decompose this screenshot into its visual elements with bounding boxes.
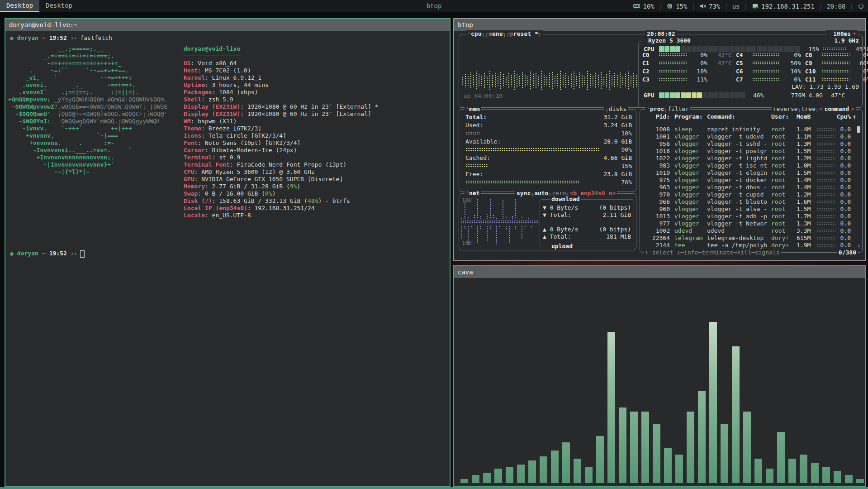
proc-row[interactable]: 1016vloggervlogger -t postgrroot1.5M0.0 xyxy=(640,148,862,155)
info-key[interactable]: info xyxy=(684,249,698,256)
filter-button[interactable]: filter xyxy=(668,105,689,113)
cava-bar xyxy=(585,467,593,483)
cpu-model: Ryzen 5 3600 xyxy=(647,37,692,44)
proc-row[interactable]: 966vloggervlogger -t bluetoroot1.6M0.0 xyxy=(640,198,862,206)
reverse-button[interactable]: reverse xyxy=(773,105,798,113)
auto-button[interactable]: auto xyxy=(534,190,548,197)
cava-content xyxy=(455,279,864,485)
terminal-titlebar[interactable]: doryan@void-live:~ xyxy=(5,19,450,31)
fastfetch-line: Display (EX231W): 1920×1080 @ 60 Hz in 2… xyxy=(184,110,378,118)
interval-decrease-button[interactable]: - xyxy=(828,30,831,38)
proc-row[interactable]: 977vloggervlogger -t Networroot1.3M0.0 xyxy=(640,220,862,227)
tree-button[interactable]: tree xyxy=(801,105,815,113)
proc-box-title[interactable]: ⁴proc ┐ filter xyxy=(645,105,690,113)
net-box-title[interactable]: ³net xyxy=(465,190,481,197)
proc-row[interactable]: 1001vloggervlogger -t udevdroot1.1M0.0 xyxy=(640,133,862,140)
terminal-window[interactable]: doryan@void-live:~ ◉ doryan ~ 19:52 ›› f… xyxy=(5,18,451,487)
prompt-line-2[interactable]: ◉ doryan ~ 19:52 ›› xyxy=(10,250,85,257)
mem-stat: Total:31.2 GiB xyxy=(465,113,632,121)
fastfetch-line: Kernel: Linux 6.9.12_1 xyxy=(184,74,378,82)
prompt-command: fastfetch xyxy=(80,34,112,42)
net-stat: ▼ 0 Byte/s(0 bitps) xyxy=(543,204,631,211)
prompt-chevrons-icon: ›› xyxy=(71,34,77,42)
workspace-tab-1[interactable]: Desktop xyxy=(0,0,39,12)
proc-row[interactable]: 960vloggervlogger -t alsa -root1.5M0.0 xyxy=(640,206,862,213)
disks-button[interactable]: ┌disks xyxy=(604,105,628,113)
cava-bar xyxy=(754,459,762,483)
fastfetch-line: WM: bspwm (X11) xyxy=(184,118,378,125)
speaker-icon xyxy=(699,3,706,10)
cava-bar xyxy=(721,424,728,483)
interval-increase-button[interactable]: + xyxy=(853,30,856,38)
proc-row[interactable]: 22364telegramtelegram-desktopdory+615M0.… xyxy=(640,235,862,242)
fastfetch-line: CPU: AMD Ryzen 5 3600 (12) @ 3.60 GHz xyxy=(184,168,378,176)
signals-key[interactable]: signals xyxy=(755,249,780,256)
void-ascii-logo: __.;=====;.__ _.=+==++=++=+=+===;. -=+++… xyxy=(8,45,167,176)
cpu-module: 15% xyxy=(666,3,687,10)
workspace-tab-2[interactable]: Desktop xyxy=(39,0,79,12)
cava-bar xyxy=(472,475,479,483)
btop-clock: 20:08:02 xyxy=(645,30,677,38)
proc-row[interactable]: 1022vloggervlogger -t lightdroot1.2M0.0 xyxy=(640,155,862,162)
core-row: C960% xyxy=(805,59,868,67)
btop-window[interactable]: btop ¹cpu ┐┌ menu ┐┌ preset * ┐ 20:08:02… xyxy=(453,18,866,261)
workspace-list: Desktop Desktop xyxy=(0,0,79,12)
sort-column-button[interactable]: command xyxy=(824,105,849,113)
fastfetch-line: Terminal Font: FiraCode Nerd Font Propo … xyxy=(184,161,378,168)
fastfetch-line: OS: Void x86_64 xyxy=(184,60,378,67)
prompt-user: doryan xyxy=(17,34,38,42)
select-keys[interactable]: ↑ select ↓ xyxy=(645,249,680,256)
prompt-user: doryan xyxy=(17,250,38,257)
fastfetch-line: Icons: Tela-circle [GTK2/3/4] xyxy=(184,132,378,139)
net-stat: ▼ Total:2.11 GiB xyxy=(543,211,631,219)
kill-key[interactable]: kill xyxy=(737,249,751,256)
btop-titlebar[interactable]: btop xyxy=(454,19,865,31)
cava-bar xyxy=(845,475,853,483)
proc-row[interactable]: 1008sleepzapret infinityroot1.4M0.0 xyxy=(640,126,862,133)
terminate-key[interactable]: terminate xyxy=(702,249,733,256)
cava-bar xyxy=(517,465,525,483)
volume-module[interactable]: 73% xyxy=(699,3,720,10)
fastfetch-line: Cursor: Bibata-Modern-Ice (24px) xyxy=(184,147,378,154)
fastfetch-line: Uptime: 3 hours, 44 mins xyxy=(184,82,378,89)
cava-titlebar[interactable]: cava xyxy=(454,266,865,278)
proc-row[interactable]: 958vloggervlogger -t sshd -root1.3M0.0 xyxy=(640,140,862,148)
fastfetch-info: doryan@void-live OS: Void x86_64Host: MS… xyxy=(184,45,378,219)
proc-row[interactable]: 975vloggervlogger -t dockerroot1.4M0.0 xyxy=(640,177,862,184)
proc-box: ⁴proc ┐ filter reverse ┐ tree ┐ < comman… xyxy=(640,109,863,253)
menu-button[interactable]: menu xyxy=(489,30,503,38)
proc-row[interactable]: 1013vloggervlogger -t adb -proot1.7M0.0 xyxy=(640,213,862,220)
mem-box-title[interactable]: ²mem xyxy=(465,105,481,113)
mem-meter: 10% xyxy=(465,129,632,138)
cava-bar xyxy=(528,460,536,483)
mem-meter: 76% xyxy=(465,178,632,187)
gpu-vram: 776M 4.0G xyxy=(791,92,822,99)
proc-row[interactable]: 970vloggervlogger -t cupsdroot1.2M0.0 xyxy=(640,191,862,198)
power-button[interactable] xyxy=(858,3,864,10)
cava-bar xyxy=(800,455,807,483)
ram-icon xyxy=(633,3,640,10)
cpu-box-title[interactable]: ¹cpu ┐┌ menu ┐┌ preset * ┐ xyxy=(466,30,543,38)
proc-row[interactable]: 983vloggervlogger -t isc-ntroot1.0M0.0 xyxy=(640,162,862,169)
keyboard-layout[interactable]: us xyxy=(732,3,740,10)
proc-scrollbar-thumb[interactable] xyxy=(857,126,860,133)
proc-row[interactable]: 963vloggervlogger -t dbus -root1.4M0.0 xyxy=(640,184,862,191)
sync-button[interactable]: sync xyxy=(517,190,531,197)
proc-row[interactable]: 1019vloggervlogger -t eloginroot1.5M0.0 xyxy=(640,169,862,177)
fastfetch-line: Local IP (enp34s0): 192.168.31.251/24 xyxy=(184,205,378,212)
cava-bar xyxy=(641,412,649,483)
fastfetch-line: Swap: 0 B / 16.00 GiB (0%) xyxy=(184,190,378,197)
ram-module: 10% xyxy=(633,3,654,10)
prompt-icon: ◉ xyxy=(10,250,14,257)
prompt-time: 19:52 xyxy=(49,34,67,42)
cava-bar xyxy=(811,463,819,483)
cava-bar xyxy=(630,412,638,483)
proc-count: 0/380 xyxy=(837,249,858,256)
cava-window[interactable]: cava xyxy=(453,265,866,487)
preset-button[interactable]: preset * xyxy=(510,30,538,38)
terminal-content: ◉ doryan ~ 19:52 ›› fastfetch __.;=====;… xyxy=(6,32,449,485)
cava-bar xyxy=(619,408,626,483)
proc-row[interactable]: 1002udevdudevdroot3.3M0.0 xyxy=(640,227,862,235)
top-bar: Desktop Desktop btop 10% | 15% | 73% | u… xyxy=(0,0,868,12)
proc-row[interactable]: 2144teetee -a /tmp/polybdory+1.9M0.0↓ xyxy=(640,242,862,249)
